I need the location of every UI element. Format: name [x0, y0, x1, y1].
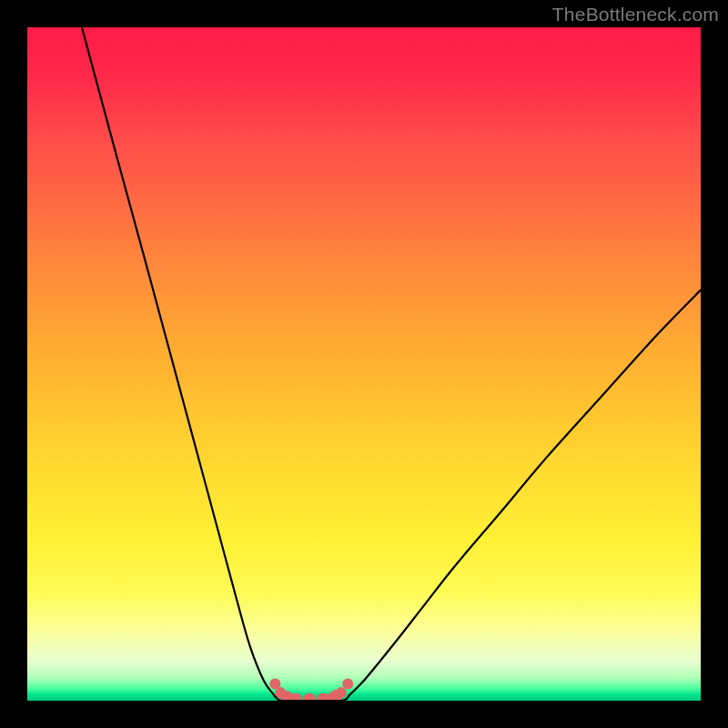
- valley-marker: [303, 693, 316, 701]
- watermark-text: TheBottleneck.com: [552, 4, 719, 25]
- chart-frame: TheBottleneck.com: [0, 0, 728, 728]
- curve-layer: [27, 27, 701, 701]
- plot-area: [27, 27, 701, 701]
- right-curve: [341, 290, 701, 701]
- left-curve: [82, 27, 282, 701]
- valley-markers: [269, 679, 353, 702]
- valley-marker: [336, 687, 347, 698]
- valley-marker: [342, 679, 353, 690]
